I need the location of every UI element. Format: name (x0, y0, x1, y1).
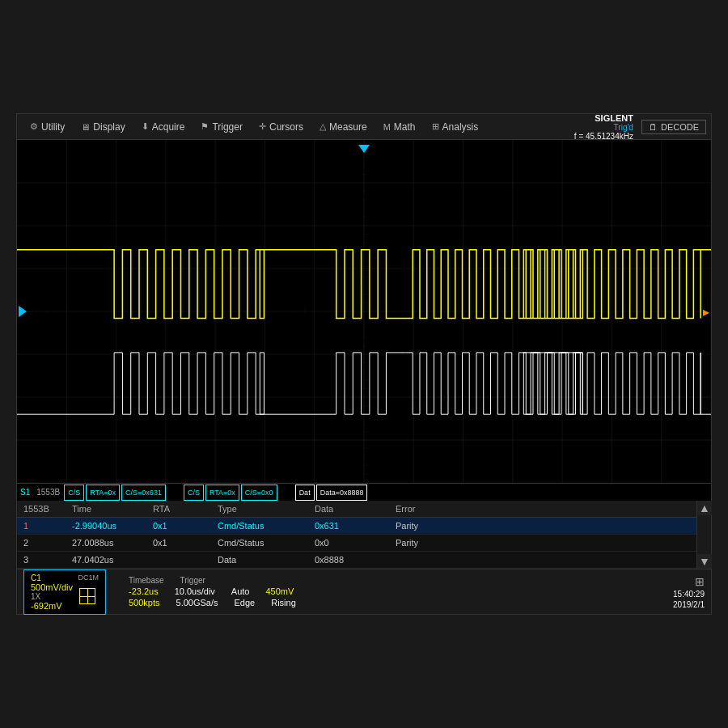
trigger-position-indicator (358, 145, 370, 153)
trigger-label: Trigger (212, 121, 243, 133)
trigger-icon: ⚑ (201, 121, 209, 132)
menu-cursors[interactable]: ✛ Cursors (251, 114, 311, 139)
cell-rta-3 (146, 553, 211, 566)
decode-seg-dat: Dat (295, 485, 315, 501)
waveform-canvas (17, 140, 711, 483)
ch1-scale: 500mV/div (31, 582, 73, 592)
cell-error-3 (389, 553, 711, 566)
cell-data-3: 0x8888 (308, 553, 389, 566)
brand-area: SIGLENT Trig'd f = 45.51234kHz (574, 113, 641, 141)
measure-icon: △ (320, 121, 326, 132)
decode-protocol-name: 1553B (33, 488, 63, 497)
menu-math[interactable]: M Math (375, 114, 424, 139)
analysis-label: Analysis (442, 121, 479, 133)
cell-num-2: 2 (17, 536, 66, 549)
col-header-1553b: 1553B (17, 502, 66, 515)
table-row[interactable]: 1 -2.99040us 0x1 Cmd/Status 0x631 Parity (17, 518, 711, 535)
cell-type-3: Data (211, 553, 308, 566)
grid-settings-icon[interactable]: ⊞ (695, 575, 705, 588)
acquire-icon: ⬇ (142, 121, 149, 132)
trig-status: Trig'd (614, 123, 633, 132)
timebase-offset: -23.2us (129, 586, 159, 596)
ch1-level-indicator (19, 306, 27, 317)
col-header-error: Error (389, 502, 711, 515)
math-label: Math (394, 121, 416, 133)
decode-seg-cs-value2: C/S=0x0 (241, 485, 277, 501)
cursors-icon: ✛ (259, 121, 266, 132)
right-status-block: ⊞ 15:40:29 2019/2/1 (673, 575, 705, 609)
ch1-coupling: DC1M (78, 574, 99, 582)
decode-seg-cs-value1: C/S=0x631 (121, 485, 166, 501)
col-header-time: Time (66, 502, 146, 515)
timebase-rate: 5.00GSa/s (176, 598, 218, 607)
date-display: 2019/2/1 (673, 600, 705, 609)
cell-type-2: Cmd/Status (211, 536, 308, 549)
menu-measure[interactable]: △ Measure (311, 114, 375, 139)
brand-name: SIGLENT (595, 113, 633, 123)
decode-button[interactable]: 🗒 DECODE (641, 120, 706, 134)
status-bar: C1 DC1M 500mV/div 1X -692mV Timebase Tri… (17, 569, 711, 614)
trigger-level: 450mV (265, 586, 294, 596)
cell-error-1: Parity (389, 519, 711, 532)
decode-label: DECODE (661, 122, 699, 132)
decode-seg-rta1: RTA=0x (86, 485, 120, 501)
cell-data-1: 0x631 (308, 519, 389, 532)
display-label: Display (93, 121, 125, 133)
table-row[interactable]: 2 27.0088us 0x1 Cmd/Status 0x0 Parity (17, 535, 711, 552)
utility-icon: ⚙ (30, 121, 38, 132)
scroll-right-indicator: ▸ (703, 304, 709, 320)
utility-label: Utility (41, 121, 65, 133)
trigger-mode: Auto (231, 586, 250, 596)
menu-trigger[interactable]: ⚑ Trigger (193, 114, 251, 139)
cell-time-1: -2.99040us (66, 519, 146, 532)
ch1-status-block: C1 DC1M 500mV/div 1X -692mV (23, 569, 106, 615)
timebase-block: Timebase Trigger -23.2us 10.0us/div Auto… (112, 576, 667, 607)
time-display: 15:40:29 (673, 590, 705, 599)
scroll-up-button[interactable]: ▲ (697, 501, 712, 515)
decode-protocol-label: S1 (17, 488, 33, 497)
table-header: 1553B Time RTA Type Data Error (17, 501, 711, 518)
decode-seg-cs1: C/S (64, 485, 84, 501)
cell-rta-2: 0x1 (146, 536, 211, 549)
trigger-type: Edge (235, 598, 256, 607)
oscilloscope-main: ⚙ Utility 🖥 Display ⬇ Acquire ⚑ Trigger … (16, 113, 712, 615)
cursors-label: Cursors (269, 121, 303, 133)
ch1-label: C1 (31, 574, 41, 582)
cell-error-2: Parity (389, 536, 711, 549)
waveform-area: ▸ (17, 140, 711, 483)
menu-analysis[interactable]: ⊞ Analysis (424, 114, 487, 139)
decode-table: 1553B Time RTA Type Data Error 1 -2.9904… (17, 501, 711, 569)
decode-seg-rta2: RTA=0x (205, 485, 239, 501)
math-icon: M (383, 122, 391, 132)
table-row[interactable]: 3 47.0402us Data 0x8888 (17, 552, 711, 569)
decode-seg-cs2: C/S (184, 485, 204, 501)
ch1-ground-cross (79, 588, 95, 604)
menu-display[interactable]: 🖥 Display (73, 114, 133, 139)
timebase-pts: 500kpts (129, 598, 160, 607)
trigger-label-status: Trigger (180, 576, 205, 585)
timebase-label: Timebase (129, 576, 164, 585)
decode-icon: 🗒 (649, 122, 658, 132)
scroll-down-button[interactable]: ▼ (697, 554, 712, 569)
measure-label: Measure (329, 121, 367, 133)
analysis-icon: ⊞ (432, 121, 439, 132)
timebase-scale: 10.0us/div (175, 586, 215, 596)
decode-bar: S1 1553B C/S RTA=0x C/S=0x631 C/S RTA=0x… (17, 483, 711, 501)
menu-utility[interactable]: ⚙ Utility (22, 114, 73, 139)
cell-time-2: 27.0088us (66, 536, 146, 549)
col-header-data: Data (308, 502, 389, 515)
ch1-offset: -692mV (31, 601, 73, 611)
menu-acquire[interactable]: ⬇ Acquire (133, 114, 193, 139)
cell-time-3: 47.0402us (66, 553, 146, 566)
cell-num-1: 1 (17, 519, 66, 532)
col-header-type: Type (211, 502, 308, 515)
menu-bar: ⚙ Utility 🖥 Display ⬇ Acquire ⚑ Trigger … (17, 114, 711, 140)
cell-num-3: 3 (17, 553, 66, 566)
col-header-rta: RTA (146, 502, 211, 515)
decode-seg-data-value: Data=0x8888 (316, 485, 368, 501)
trigger-slope: Rising (271, 598, 296, 607)
cell-type-1: Cmd/Status (211, 519, 308, 532)
freq-display: f = 45.51234kHz (574, 132, 633, 141)
ch1-probe: 1X (31, 592, 73, 601)
display-icon: 🖥 (81, 122, 90, 132)
